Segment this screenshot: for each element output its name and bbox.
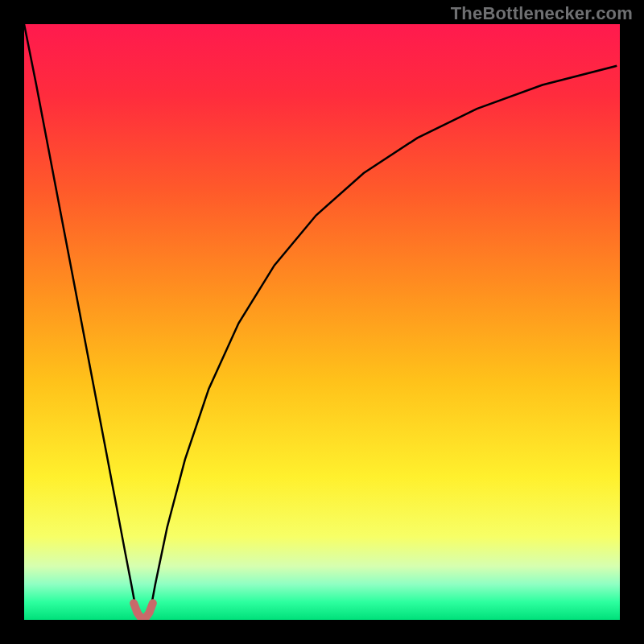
plot-background — [24, 24, 620, 620]
bottleneck-chart — [24, 24, 620, 620]
watermark-text: TheBottlenecker.com — [451, 3, 633, 24]
chart-frame: TheBottlenecker.com — [0, 0, 644, 644]
